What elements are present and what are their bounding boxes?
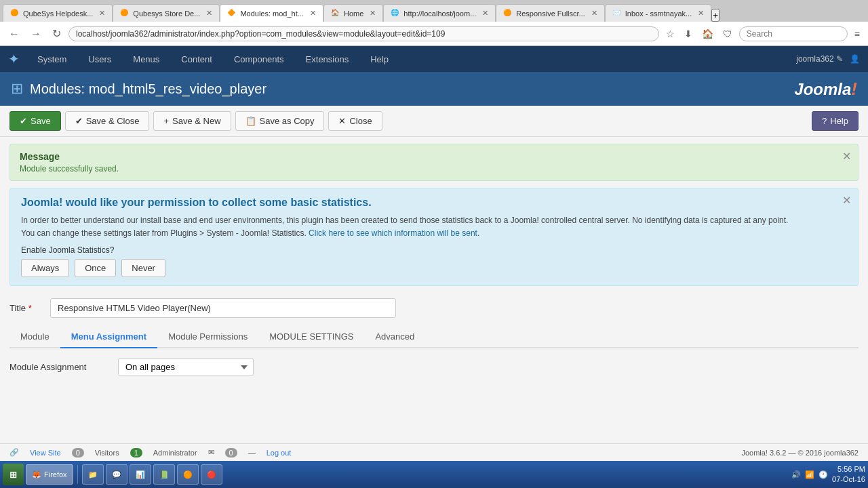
clock-date: 07-Oct-16 [832, 474, 865, 485]
logout-link[interactable]: Log out [267, 449, 292, 457]
message-box: ✕ Message Module successfully saved. [9, 144, 859, 181]
browser-tab-4[interactable]: 🏠 Home ✕ [323, 4, 383, 22]
taskbar-skype[interactable]: 💬 [106, 464, 127, 485]
stats-never-button[interactable]: Never [121, 259, 165, 277]
tab-close-2[interactable]: ✕ [206, 9, 212, 18]
title-row: Title * [9, 298, 859, 318]
tab-menu-assignment[interactable]: Menu Assignment [60, 326, 157, 348]
save-icon: ✔ [20, 116, 27, 126]
tab-favicon-1: 🟠 [10, 9, 20, 18]
nav-user[interactable]: joomla362 ✎ [796, 54, 843, 64]
view-site-link[interactable]: View Site [30, 449, 61, 457]
stats-body-text2: You can change these settings later from… [21, 228, 307, 238]
module-icon: ⊞ [11, 80, 23, 98]
browser-tab-5[interactable]: 🌐 http://localhost/joom... ✕ [383, 4, 496, 22]
browser-tab-1[interactable]: 🟠 QubeSys Helpdesk... ✕ [3, 4, 113, 22]
address-bar[interactable] [68, 26, 659, 41]
search-input[interactable] [739, 26, 848, 41]
save-new-label: Save & New [172, 116, 221, 126]
save-button[interactable]: ✔ Save [9, 111, 61, 131]
browser-tab-7[interactable]: ✉️ Inbox - ssmtnayak... ✕ [605, 4, 711, 22]
browser-tab-3[interactable]: 🔶 Modules: mod_ht... ✕ [220, 4, 323, 22]
save-label: Save [31, 116, 51, 126]
tabs-bar: Module Menu Assignment Module Permission… [9, 326, 859, 348]
tab-title-5: http://localhost/joom... [403, 9, 476, 18]
new-tab-button[interactable]: + [711, 9, 719, 22]
stats-link[interactable]: Click here to see which information will… [309, 228, 479, 238]
view-site-icon: 🔗 [9, 448, 19, 457]
browser-tab-6[interactable]: 🟠 Responsive Fullscr... ✕ [496, 4, 604, 22]
save-copy-label: Save as Copy [260, 116, 315, 126]
stats-label: Enable Joomla Statistics? [21, 245, 847, 255]
joomla-navbar: ✦ System Users Menus Content Components … [0, 46, 868, 72]
visitors-label: Visitors [95, 449, 119, 457]
tab-favicon-4: 🏠 [331, 9, 340, 18]
nav-components[interactable]: Components [230, 52, 288, 67]
nav-user-icon[interactable]: 👤 [850, 54, 860, 64]
tab-close-3[interactable]: ✕ [310, 9, 316, 18]
network-icon: 📶 [805, 470, 814, 479]
title-input[interactable] [50, 298, 396, 318]
visitors-count-badge: 0 [72, 448, 84, 458]
taskbar-app1[interactable]: 📊 [130, 464, 151, 485]
tab-title-1: QubeSys Helpdesk... [23, 9, 93, 18]
message-close-button[interactable]: ✕ [842, 150, 851, 163]
stats-close-button[interactable]: ✕ [842, 194, 851, 207]
checkmark-icon: ✔ [75, 116, 83, 126]
menu-icon[interactable]: ≡ [852, 27, 863, 41]
tab-close-6[interactable]: ✕ [591, 9, 597, 18]
tab-module[interactable]: Module [9, 326, 60, 348]
copy-icon: 📋 [245, 116, 256, 126]
tab-favicon-7: ✉️ [612, 9, 622, 18]
firefox-label: Firefox [44, 470, 67, 479]
tab-close-5[interactable]: ✕ [482, 9, 488, 18]
close-button[interactable]: ✕ Close [328, 111, 382, 131]
save-copy-button[interactable]: 📋 Save as Copy [235, 111, 325, 131]
bookmark-icon[interactable]: ☆ [663, 27, 677, 41]
speaker-icon[interactable]: 🔊 [791, 470, 801, 479]
tab-close-4[interactable]: ✕ [370, 9, 376, 18]
forward-button[interactable]: → [27, 26, 45, 41]
module-assignment-label: Module Assignment [9, 362, 118, 372]
tab-close-1[interactable]: ✕ [99, 9, 105, 18]
admin-count-badge: 1 [130, 448, 142, 458]
nav-content[interactable]: Content [177, 52, 216, 67]
admin-label: Administrator [153, 449, 197, 457]
taskbar-files[interactable]: 📁 [82, 464, 104, 485]
taskbar: ⊞ 🦊 Firefox 📁 💬 📊 📗 🟠 🔴 🔊 📶 🕐 5:56 PM 07… [0, 461, 868, 488]
start-button[interactable]: ⊞ [3, 464, 24, 485]
home-icon[interactable]: 🏠 [699, 27, 716, 41]
help-button[interactable]: ? Help [812, 111, 859, 131]
save-new-button[interactable]: + Save & New [153, 111, 231, 131]
tab-close-7[interactable]: ✕ [698, 9, 704, 18]
download-icon[interactable]: ⬇ [682, 27, 695, 41]
taskbar-app3[interactable]: 🔴 [201, 464, 222, 485]
nav-users[interactable]: Users [84, 52, 115, 67]
nav-menus[interactable]: Menus [129, 52, 163, 67]
envelope-icon: ✉ [208, 448, 214, 457]
module-assignment-row: Module Assignment On all pagesNo pagesOn… [9, 358, 859, 376]
nav-extensions[interactable]: Extensions [302, 52, 353, 67]
stats-always-button[interactable]: Always [21, 259, 69, 277]
back-button[interactable]: ← [5, 26, 23, 41]
excel-icon: 📗 [159, 470, 169, 479]
help-icon: ? [822, 116, 827, 126]
browser-tab-2[interactable]: 🟠 Qubesys Store De... ✕ [113, 4, 220, 22]
tab-favicon-2: 🟠 [120, 9, 130, 18]
stats-once-button[interactable]: Once [75, 259, 116, 277]
save-close-button[interactable]: ✔ Save & Close [65, 111, 150, 131]
module-assignment-select[interactable]: On all pagesNo pagesOnly on the pages se… [118, 358, 254, 376]
app3-icon: 🔴 [207, 470, 216, 479]
tab-module-settings[interactable]: MODULE SETTINGS [258, 326, 364, 348]
stats-title: Joomla! would like your permission to co… [21, 197, 847, 209]
tab-advanced[interactable]: Advanced [364, 326, 425, 348]
taskbar-firefox[interactable]: 🦊 Firefox [26, 464, 73, 485]
tab-module-permissions[interactable]: Module Permissions [157, 326, 258, 348]
nav-system[interactable]: System [33, 52, 71, 67]
taskbar-excel[interactable]: 📗 [153, 464, 175, 485]
reload-button[interactable]: ↻ [49, 26, 64, 41]
version-text: Joomla! 3.6.2 — © 2016 joomla362 [741, 449, 859, 457]
save-close-label: Save & Close [86, 116, 140, 126]
nav-help[interactable]: Help [366, 52, 393, 67]
taskbar-app2[interactable]: 🟠 [177, 464, 199, 485]
